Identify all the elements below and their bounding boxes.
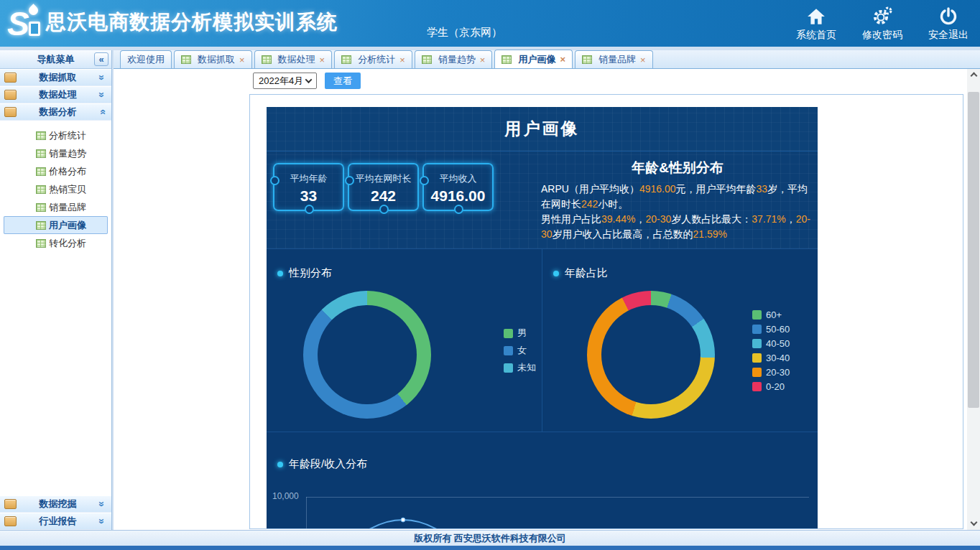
- sidebar-item-sales-trend[interactable]: 销量趋势: [0, 144, 111, 162]
- table-icon: [262, 55, 272, 64]
- legend-item-female[interactable]: 女: [504, 345, 536, 355]
- sidebar-group-data-mining[interactable]: 数据挖掘 »: [0, 495, 111, 513]
- chevron-down-icon: [305, 76, 313, 83]
- legend-item-unknown[interactable]: 未知: [504, 363, 536, 373]
- age-legend: 60+ 50-60 40-50: [752, 309, 790, 391]
- gender-chart-column: 性别分布 男 女: [267, 249, 542, 432]
- legend-swatch: [752, 368, 762, 377]
- legend-item-30-40[interactable]: 30-40: [752, 353, 790, 363]
- chevron-double-down-icon: »: [96, 501, 108, 507]
- nav-change-password[interactable]: 修改密码: [862, 6, 902, 42]
- sidebar-item-conversion-analysis[interactable]: 转化分析: [0, 234, 111, 252]
- y-axis-line: [306, 497, 307, 529]
- sidebar: 导航菜单 « 数据抓取 » 数据处理 » 数据分析 » 分析统计 销量趋势: [0, 50, 112, 530]
- legend-swatch: [752, 339, 762, 348]
- view-button[interactable]: 查看: [325, 73, 361, 89]
- vertical-scrollbar[interactable]: [967, 69, 980, 530]
- bottom-strip: [0, 546, 980, 550]
- nav-logout[interactable]: 安全退出: [928, 6, 969, 42]
- legend-item-0-20[interactable]: 0-20: [752, 381, 790, 391]
- nav-home-label: 系统首页: [796, 29, 836, 42]
- sidebar-item-analysis-stats[interactable]: 分析统计: [0, 126, 111, 144]
- chevron-up-icon: [970, 73, 977, 80]
- legend-item-60plus[interactable]: 60+: [752, 309, 790, 320]
- tab-data-capture[interactable]: 数据抓取 ×: [174, 50, 252, 68]
- bullet-dot-icon: [277, 462, 283, 467]
- close-icon[interactable]: ×: [560, 54, 565, 65]
- tab-sales-trend[interactable]: 销量趋势 ×: [415, 50, 493, 68]
- app-header: S 思沃电商数据分析模拟实训系统 学生（京东网） 系统首页: [0, 0, 980, 47]
- table-icon: [36, 131, 46, 140]
- folder-icon: [4, 516, 17, 526]
- sidebar-group-data-process[interactable]: 数据处理 »: [0, 86, 111, 103]
- scroll-up-button[interactable]: [967, 69, 980, 81]
- folder-icon: [4, 499, 17, 509]
- sidebar-item-user-profile[interactable]: 用户画像: [4, 216, 108, 234]
- legend-item-male[interactable]: 男: [504, 328, 536, 338]
- chevron-double-down-icon: »: [96, 75, 108, 80]
- table-icon: [36, 239, 46, 248]
- summary-block: 年龄&性别分布 ARPU（用户平均收）4916.00元，用户平均年龄33岁，平均…: [541, 159, 814, 242]
- stat-card-average-age: 平均年龄 33: [273, 163, 344, 211]
- main-content: 2022年4月 查看 用户画像 平均年龄 33 平均在网时长: [114, 69, 967, 530]
- tab-bar: 欢迎使用 数据抓取 × 数据处理 × 分析统计 × 销量趋势 × 用户画像 ×: [114, 50, 980, 69]
- home-icon: [807, 6, 826, 26]
- folder-icon: [4, 107, 17, 117]
- close-icon[interactable]: ×: [480, 55, 486, 65]
- sidebar-group-data-capture[interactable]: 数据抓取 »: [0, 69, 111, 86]
- legend-item-40-50[interactable]: 40-50: [752, 338, 790, 348]
- income-line-chart: [331, 504, 489, 529]
- gender-chart-header: 性别分布: [277, 266, 332, 280]
- table-icon: [36, 185, 46, 194]
- nav-home[interactable]: 系统首页: [796, 6, 836, 42]
- table-icon: [36, 149, 46, 158]
- sidebar-group-industry-report[interactable]: 行业报告 »: [0, 513, 111, 530]
- sidebar-collapse-button[interactable]: «: [94, 52, 108, 66]
- bullet-dot-icon: [277, 271, 283, 276]
- table-icon: [582, 55, 592, 64]
- scrollbar-thumb[interactable]: [968, 92, 979, 408]
- scroll-down-button[interactable]: [967, 518, 980, 530]
- age-chart-header: 年龄占比: [553, 266, 608, 280]
- tab-user-profile[interactable]: 用户画像 ×: [494, 50, 573, 68]
- legend-swatch: [752, 310, 762, 320]
- legend-swatch: [504, 363, 513, 373]
- sidebar-group-data-analysis[interactable]: 数据分析 »: [0, 103, 111, 121]
- close-icon[interactable]: ×: [320, 55, 325, 65]
- table-icon: [181, 55, 191, 64]
- summary-line-1: ARPU（用户平均收）4916.00元，用户平均年龄33岁，平均在网时长242小…: [541, 182, 814, 212]
- sidebar-item-hot-items[interactable]: 热销宝贝: [0, 180, 111, 198]
- chevron-double-down-icon: »: [96, 518, 108, 524]
- legend-swatch: [752, 382, 762, 391]
- sidebar-item-sales-brand[interactable]: 销量品牌: [0, 198, 111, 216]
- app-title: 思沃电商数据分析模拟实训系统: [46, 9, 338, 36]
- summary-line-2: 男性用户占比39.44%，20-30岁人数占比最大：37.71%，20-30岁用…: [541, 212, 814, 242]
- tab-welcome[interactable]: 欢迎使用: [120, 50, 172, 68]
- gender-legend: 男 女 未知: [504, 328, 536, 373]
- sidebar-submenu: 分析统计 销量趋势 价格分布 热销宝贝 销量品牌 用户画像: [0, 121, 111, 252]
- dashboard-container: 用户画像 平均年龄 33 平均在网时长 242 平均收入: [249, 94, 963, 529]
- gear-icon: [872, 6, 892, 26]
- chevron-double-down-icon: »: [96, 92, 108, 98]
- legend-swatch: [504, 346, 513, 355]
- chevron-down-icon: [970, 519, 977, 526]
- close-icon[interactable]: ×: [640, 55, 646, 65]
- summary-title: 年龄&性别分布: [541, 159, 814, 177]
- tab-sales-brand[interactable]: 销量品牌 ×: [575, 50, 653, 68]
- stat-cards: 平均年龄 33 平均在网时长 242 平均收入 4916.00: [273, 163, 494, 211]
- gender-donut-chart: [303, 291, 431, 419]
- tab-data-process[interactable]: 数据处理 ×: [254, 50, 333, 68]
- close-icon[interactable]: ×: [239, 55, 245, 65]
- footer: 版权所有 西安思沃软件科技有限公司: [0, 530, 980, 546]
- legend-swatch: [752, 325, 762, 334]
- tab-analysis-stats[interactable]: 分析统计 ×: [334, 50, 412, 68]
- legend-item-50-60[interactable]: 50-60: [752, 324, 790, 334]
- legend-item-20-30[interactable]: 20-30: [752, 367, 790, 377]
- sidebar-item-price-distribution[interactable]: 价格分布: [0, 162, 111, 180]
- table-icon: [501, 55, 512, 64]
- month-select[interactable]: 2022年4月: [253, 73, 317, 89]
- header-nav: 系统首页 修改密码 安: [796, 6, 969, 42]
- close-icon[interactable]: ×: [399, 55, 405, 65]
- copyright-text: 版权所有 西安思沃软件科技有限公司: [414, 533, 566, 544]
- stat-card-average-income: 平均收入 4916.00: [422, 163, 494, 211]
